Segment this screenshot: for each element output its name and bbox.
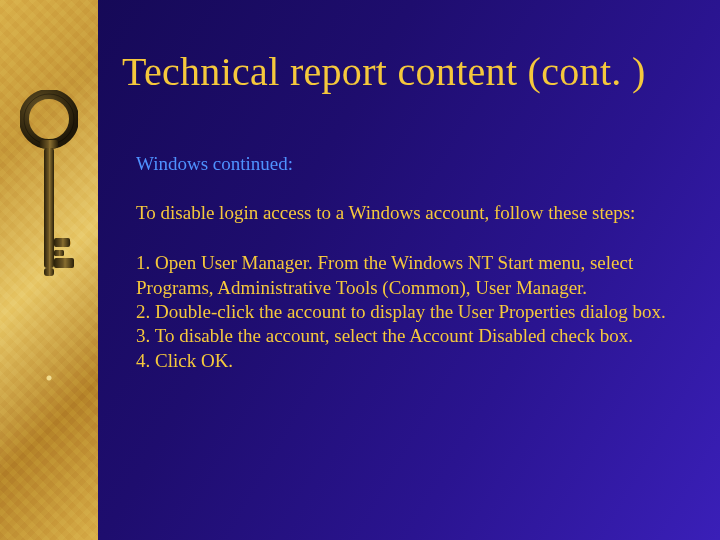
svg-rect-3 [44,148,54,268]
svg-rect-6 [54,250,64,256]
key-icon [20,90,78,300]
slide: Technical report content (cont. ) Window… [0,0,720,540]
steps-list: 1. Open User Manager. From the Windows N… [136,251,680,373]
step-item: 2. Double-click the account to display t… [136,300,680,324]
intro-text: To disable login access to a Windows acc… [136,201,680,225]
svg-rect-4 [54,238,70,247]
subheading: Windows continued: [136,153,680,175]
sidebar-texture [0,0,98,540]
svg-rect-7 [44,268,54,276]
svg-rect-2 [40,140,58,148]
slide-title: Technical report content (cont. ) [122,48,680,95]
step-item: 1. Open User Manager. From the Windows N… [136,251,680,300]
svg-rect-5 [54,258,74,268]
step-item: 3. To disable the account, select the Ac… [136,324,680,348]
step-item: 4. Click OK. [136,349,680,373]
svg-point-1 [24,94,74,144]
content-area: Technical report content (cont. ) Window… [98,0,720,540]
